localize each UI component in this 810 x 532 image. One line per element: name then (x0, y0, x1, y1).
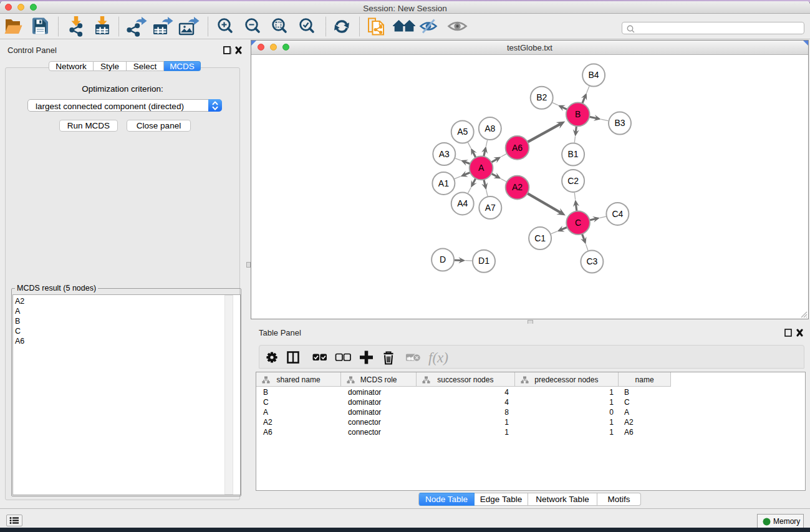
svg-text:B2: B2 (536, 92, 547, 102)
svg-text:B: B (575, 109, 581, 119)
svg-text:C2: C2 (567, 176, 579, 186)
svg-text:C3: C3 (586, 256, 597, 266)
svg-text:A8: A8 (485, 123, 495, 133)
svg-text:A6: A6 (512, 143, 523, 153)
svg-text:A3: A3 (439, 149, 450, 159)
svg-text:C4: C4 (612, 209, 623, 219)
svg-text:B1: B1 (568, 149, 579, 159)
svg-text:A2: A2 (512, 182, 523, 192)
svg-text:A7: A7 (485, 203, 496, 213)
svg-text:A: A (478, 163, 485, 173)
svg-text:A1: A1 (438, 178, 449, 188)
svg-text:B3: B3 (614, 118, 625, 128)
svg-text:C: C (575, 218, 581, 228)
svg-text:B4: B4 (589, 70, 599, 80)
svg-text:C1: C1 (534, 233, 546, 243)
svg-text:f(x): f(x) (428, 350, 448, 365)
svg-text:A4: A4 (457, 198, 468, 208)
svg-text:D: D (440, 254, 446, 264)
svg-text:D1: D1 (478, 256, 489, 266)
svg-text:A5: A5 (457, 127, 468, 137)
